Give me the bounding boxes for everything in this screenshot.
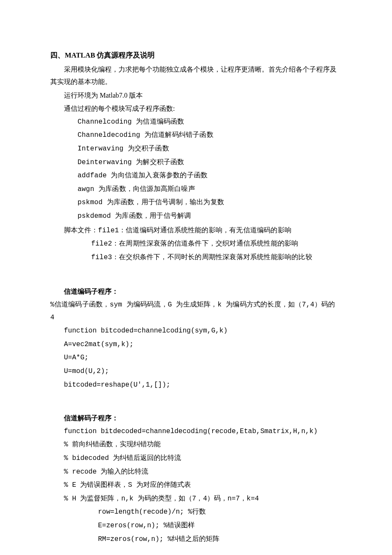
func-item: Channeldecoding 为信道解码纠错子函数 <box>50 129 342 142</box>
code-line: row=length(recode)/n; %行数 <box>50 506 342 519</box>
scripts-label: 脚本文件： <box>64 226 98 234</box>
func-item: addfade 为向信道加入衰落参数的子函数 <box>50 170 342 182</box>
func-item: pskmod 为库函数，用于信号调制，输出为复数 <box>50 197 342 209</box>
section-heading: 四、MATLAB 仿真源程序及说明 <box>50 49 342 62</box>
code-line: A=vec2mat(sym,k); <box>50 338 342 351</box>
script-item: file3：在交织条件下，不同时长的周期性深衰落对系统性能影响的比较 <box>50 251 342 264</box>
code-line: U=A*G; <box>50 352 342 364</box>
decoding-subheading: 信道解码子程序： <box>50 412 342 425</box>
code-line: E=zeros(row,n); %错误图样 <box>50 520 342 532</box>
script-item: file1：信道编码对通信系统性能的影响，有无信道编码的影响 <box>98 227 291 234</box>
func-item: Interwaving 为交积子函数 <box>50 143 342 156</box>
intro-paragraph-3: 通信过程的每个模块写成子程序函数: <box>50 102 342 115</box>
code-line: function bitdecoded=channeldecoding(reco… <box>50 425 342 438</box>
encoding-comment: %信道编码子函数，sym 为编码码流，G 为生成矩阵，k 为编码方式的长度，如（… <box>50 299 342 324</box>
encoding-subheading: 信道编码子程序： <box>50 285 342 298</box>
code-line: % recode 为输入的比特流 <box>50 466 342 479</box>
code-line: function bitcoded=channelcoding(sym,G,k) <box>50 325 342 338</box>
scripts-line-1: 脚本文件：file1：信道编码对通信系统性能的影响，有无信道编码的影响 <box>50 224 342 237</box>
func-item: Deinterwaving 为解交积子函数 <box>50 156 342 169</box>
spacer <box>50 265 342 285</box>
code-line: U=mod(U,2); <box>50 365 342 378</box>
spacer <box>50 392 342 412</box>
document-page: 四、MATLAB 仿真源程序及说明 采用模块化编程，力求把每个功能独立成各个模块… <box>0 0 392 555</box>
script-item: file2：在周期性深衰落的信道条件下，交织对通信系统性能的影响 <box>50 238 342 251</box>
func-item: pskdemod 为库函数，用于信号解调 <box>50 210 342 223</box>
code-line: % bidecoded 为纠错后返回的比特流 <box>50 452 342 465</box>
func-item: Channelcoding 为信道编码函数 <box>50 116 342 129</box>
intro-paragraph-2: 运行环境为 Matlab7.0 版本 <box>50 89 342 102</box>
code-line: % E 为错误图样表，S 为对应的伴随式表 <box>50 479 342 492</box>
code-line: RM=zeros(row,n); %纠错之后的矩阵 <box>50 533 342 546</box>
intro-paragraph-1: 采用模块化编程，力求把每个功能独立成各个模块，让程序更清晰。首先介绍各个子程序及… <box>50 63 342 88</box>
code-line: % 前向纠错函数，实现纠错功能 <box>50 439 342 451</box>
func-item: awgn 为库函数，向信源加高斯白噪声 <box>50 183 342 196</box>
code-line: bitcoded=reshape(U',1,[]); <box>50 379 342 392</box>
code-line: % H 为监督矩阵，n,k 为码的类型，如（7，4）码，n=7，k=4 <box>50 493 342 506</box>
